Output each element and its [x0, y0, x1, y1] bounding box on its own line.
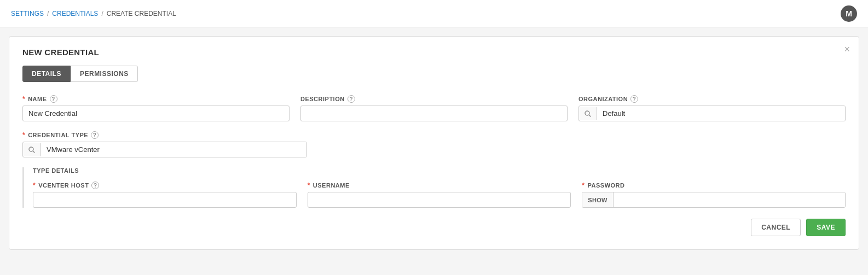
password-group: SHOW [582, 192, 846, 208]
username-required-star: * [308, 182, 310, 189]
form-actions: CANCEL SAVE [22, 219, 846, 236]
organization-input[interactable] [597, 106, 845, 121]
organization-search-group [578, 106, 846, 121]
name-input[interactable] [22, 106, 290, 121]
credential-type-help-icon[interactable]: ? [91, 131, 99, 139]
vcenter-host-label-text: VCENTER HOST [38, 182, 89, 189]
description-label: DESCRIPTION ? [300, 95, 568, 103]
show-password-button[interactable]: SHOW [582, 192, 613, 207]
password-input[interactable] [614, 192, 845, 207]
breadcrumb-settings[interactable]: SETTINGS [11, 10, 44, 17]
breadcrumb-sep2: / [101, 10, 103, 17]
field-vcenter-host: * VCENTER HOST ? [33, 182, 297, 208]
vcenter-host-help-icon[interactable]: ? [91, 182, 99, 189]
vcenter-host-required-star: * [33, 182, 36, 189]
credential-type-required-star: * [22, 131, 25, 139]
row-vcenter-username-password: * VCENTER HOST ? * USERNAME * [33, 182, 846, 208]
password-required-star: * [582, 182, 585, 189]
field-username: * USERNAME [308, 182, 571, 208]
row-credential-type: * CREDENTIAL TYPE ? [22, 131, 307, 157]
username-input[interactable] [308, 192, 571, 208]
organization-label-text: ORGANIZATION [578, 96, 628, 102]
field-password: * PASSWORD SHOW [582, 182, 846, 208]
svg-line-1 [589, 115, 591, 116]
password-label: * PASSWORD [582, 182, 846, 189]
tab-permissions[interactable]: PERMISSIONS [71, 66, 138, 82]
username-label-text: USERNAME [313, 182, 350, 189]
breadcrumb-credentials[interactable]: CREDENTIALS [52, 10, 98, 17]
save-button[interactable]: SAVE [806, 219, 846, 236]
credential-type-search-group [22, 142, 307, 157]
new-credential-card: NEW CREDENTIAL × DETAILS PERMISSIONS * N… [9, 36, 859, 250]
field-description: DESCRIPTION ? [300, 95, 568, 121]
svg-point-0 [585, 111, 589, 115]
credential-type-search-icon [23, 143, 41, 156]
organization-search-icon [579, 107, 597, 120]
organization-help-icon[interactable]: ? [630, 95, 638, 103]
card-title: NEW CREDENTIAL [22, 48, 846, 57]
credential-type-label-text: CREDENTIAL TYPE [28, 132, 88, 138]
name-help-icon[interactable]: ? [50, 95, 57, 103]
breadcrumb-sep1: / [47, 10, 49, 17]
description-input[interactable] [300, 106, 568, 121]
type-details-section: TYPE DETAILS * VCENTER HOST ? * USERNAME [22, 167, 846, 208]
description-help-icon[interactable]: ? [348, 95, 355, 103]
password-label-text: PASSWORD [588, 182, 625, 189]
credential-type-label: * CREDENTIAL TYPE ? [22, 131, 307, 139]
tabs-container: DETAILS PERMISSIONS [22, 66, 846, 82]
name-label-text: NAME [28, 96, 47, 102]
user-avatar[interactable]: M [841, 5, 857, 22]
field-credential-type: * CREDENTIAL TYPE ? [22, 131, 307, 157]
username-label: * USERNAME [308, 182, 571, 189]
vcenter-host-label: * VCENTER HOST ? [33, 182, 297, 189]
description-label-text: DESCRIPTION [300, 96, 345, 102]
close-button[interactable]: × [844, 44, 850, 54]
cancel-button[interactable]: CANCEL [751, 219, 801, 236]
svg-line-3 [33, 151, 35, 153]
vcenter-host-input[interactable] [33, 192, 297, 208]
field-name: * NAME ? [22, 95, 290, 121]
tab-details[interactable]: DETAILS [22, 66, 71, 82]
organization-label: ORGANIZATION ? [578, 95, 846, 103]
svg-point-2 [29, 147, 33, 151]
name-label: * NAME ? [22, 95, 290, 103]
credential-type-input[interactable] [41, 142, 306, 157]
field-organization: ORGANIZATION ? [578, 95, 846, 121]
breadcrumb-current: CREATE CREDENTIAL [107, 10, 176, 17]
name-required-star: * [22, 95, 25, 103]
row-name-desc-org: * NAME ? DESCRIPTION ? ORGANIZATION ? [22, 95, 846, 121]
type-details-title: TYPE DETAILS [33, 167, 846, 174]
breadcrumb: SETTINGS / CREDENTIALS / CREATE CREDENTI… [11, 10, 176, 17]
topbar: SETTINGS / CREDENTIALS / CREATE CREDENTI… [0, 0, 868, 27]
main-content: NEW CREDENTIAL × DETAILS PERMISSIONS * N… [0, 27, 868, 259]
